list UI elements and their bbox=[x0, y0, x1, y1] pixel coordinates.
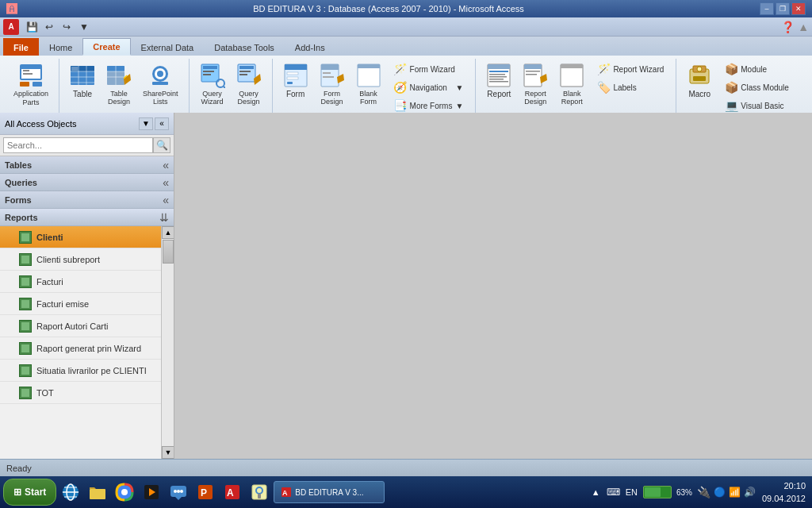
taskbar-tray: ▲ ⌨ EN 63% 🔌 🔵 📶 🔊 20:10 09.04.2012 bbox=[588, 476, 809, 508]
svg-marker-78 bbox=[175, 497, 182, 500]
svg-line-31 bbox=[224, 87, 225, 88]
taskbar-winamp-icon[interactable] bbox=[139, 479, 164, 505]
windows-icon: ⊞ bbox=[13, 487, 21, 498]
sidebar-title: All Access Objects bbox=[5, 119, 76, 129]
query-design-button[interactable]: QueryDesign bbox=[232, 60, 266, 108]
sidebar-item-situatia[interactable]: Situatia livrarilor pe CLIENTI bbox=[0, 360, 174, 382]
queries-toggle-icon: « bbox=[163, 176, 169, 189]
sidebar-item-facturi[interactable]: Facturi bbox=[0, 271, 174, 293]
query-wizard-button[interactable]: QueryWizard bbox=[196, 60, 229, 108]
table-design-button[interactable]: TableDesign bbox=[102, 60, 136, 108]
navigation-button[interactable]: 🧭 Navigation ▼ bbox=[389, 79, 469, 96]
sharepoint-button[interactable]: SharePointLists bbox=[139, 60, 182, 108]
sidebar-item-raport-autori[interactable]: Raport Autori Carti bbox=[0, 315, 174, 337]
battery-indicator[interactable] bbox=[643, 486, 672, 498]
quick-access-dropdown[interactable]: ▼ bbox=[76, 20, 92, 34]
tab-file[interactable]: File bbox=[3, 38, 39, 56]
tab-add-ins[interactable]: Add-Ins bbox=[285, 38, 335, 56]
battery-percent-label: 63% bbox=[675, 488, 694, 497]
status-bar: Ready bbox=[0, 459, 812, 476]
application-parts-button[interactable]: ApplicationParts bbox=[10, 60, 52, 110]
module-button[interactable]: 📦 Module bbox=[719, 60, 795, 78]
search-input[interactable] bbox=[3, 137, 153, 153]
status-ready-text: Ready bbox=[6, 464, 32, 473]
undo-button[interactable]: ↩ bbox=[41, 20, 57, 34]
application-parts-icon bbox=[18, 63, 44, 88]
section-tables-label: Tables bbox=[5, 160, 32, 170]
maximize-button[interactable]: ❐ bbox=[776, 2, 790, 15]
report-wizard-label: Report Wizard bbox=[613, 65, 664, 74]
sidebar-shutter-button[interactable]: « bbox=[155, 117, 169, 130]
minimize-ribbon-icon[interactable]: ▲ bbox=[798, 21, 809, 33]
svg-rect-27 bbox=[203, 66, 217, 69]
visual-basic-button[interactable]: 💻 Visual Basic bbox=[719, 97, 795, 114]
quick-access-toolbar: A 💾 ↩ ↪ ▼ ❓ ▲ bbox=[0, 17, 812, 37]
navigation-icon: 🧭 bbox=[394, 81, 407, 94]
tab-database-tools[interactable]: Database Tools bbox=[204, 38, 285, 56]
close-button[interactable]: ✕ bbox=[791, 2, 806, 15]
section-header-reports[interactable]: Reports ⇊ bbox=[0, 209, 174, 226]
blank-form-label: BlankForm bbox=[359, 90, 377, 106]
report-design-label: ReportDesign bbox=[524, 90, 546, 106]
table-button[interactable]: Table bbox=[66, 60, 99, 101]
tray-icons: ▲ bbox=[588, 487, 603, 497]
scroll-thumb[interactable] bbox=[163, 240, 174, 264]
svg-rect-3 bbox=[23, 70, 29, 71]
sidebar-item-situatia-label: Situatia livrarilor pe CLIENTI bbox=[36, 366, 147, 375]
sidebar-item-clienti[interactable]: Clienti bbox=[0, 226, 174, 248]
taskbar: ⊞ Start P A A BD EDITURA V 3... ▲ ⌨ EN bbox=[0, 476, 812, 508]
sidebar-item-clienti-subreport[interactable]: Clienti subreport bbox=[0, 248, 174, 271]
report-wizard-button[interactable]: 🪄 Report Wizard bbox=[592, 60, 669, 78]
section-header-forms[interactable]: Forms « bbox=[0, 191, 174, 209]
taskbar-ie-icon[interactable] bbox=[58, 479, 83, 505]
start-button[interactable]: ⊞ Start bbox=[3, 479, 56, 506]
taskbar-talk-icon[interactable] bbox=[166, 479, 191, 505]
redo-button[interactable]: ↪ bbox=[59, 20, 75, 34]
help-icon[interactable]: ❓ bbox=[781, 21, 795, 33]
report-button[interactable]: Report bbox=[482, 60, 515, 101]
taskbar-ppt-icon[interactable]: P bbox=[193, 479, 218, 505]
form-wizard-label: Form Wizard bbox=[410, 65, 455, 74]
section-header-tables[interactable]: Tables « bbox=[0, 156, 174, 174]
taskbar-chrome-icon[interactable] bbox=[112, 479, 137, 505]
tables-toggle-icon: « bbox=[163, 159, 169, 171]
save-quick-button[interactable]: 💾 bbox=[24, 20, 40, 34]
tab-external-data[interactable]: External Data bbox=[131, 38, 205, 56]
form-design-button[interactable]: FormDesign bbox=[316, 60, 349, 108]
search-button[interactable]: 🔍 bbox=[153, 137, 170, 153]
macro-icon bbox=[687, 63, 712, 88]
more-forms-button[interactable]: 📑 More Forms ▼ bbox=[389, 97, 469, 114]
class-module-button[interactable]: 📦 Class Module bbox=[719, 79, 795, 96]
sidebar-item-facturi-emise[interactable]: Facturi emise bbox=[0, 293, 174, 315]
form-button[interactable]: Form bbox=[279, 60, 312, 101]
blank-form-button[interactable]: BlankForm bbox=[352, 60, 385, 108]
form-wizard-button[interactable]: 🪄 Form Wizard bbox=[389, 60, 469, 78]
report-design-button[interactable]: ReportDesign bbox=[519, 60, 552, 108]
svg-rect-53 bbox=[489, 76, 507, 78]
scroll-down-button[interactable]: ▼ bbox=[162, 446, 174, 459]
tray-arrow[interactable]: ▲ bbox=[592, 487, 600, 497]
forms-toggle-icon: « bbox=[163, 194, 169, 206]
sidebar-item-tot[interactable]: TOT bbox=[0, 382, 174, 404]
labels-button[interactable]: 🏷️ Labels bbox=[592, 79, 669, 96]
taskbar-clock[interactable]: 20:10 09.04.2012 bbox=[759, 479, 809, 506]
taskbar-paint-icon[interactable] bbox=[247, 479, 272, 505]
taskbar-folder-icon[interactable] bbox=[85, 479, 110, 505]
report-item-icon-clienti bbox=[19, 231, 32, 244]
sidebar-item-raport-wizard[interactable]: Raport generat prin Wizard bbox=[0, 337, 174, 360]
blank-report-button[interactable]: BlankReport bbox=[555, 60, 588, 108]
section-header-queries[interactable]: Queries « bbox=[0, 174, 174, 191]
taskbar-active-window[interactable]: A BD EDITURA V 3... bbox=[274, 481, 385, 503]
ribbon-tabs: File Home Create External Data Database … bbox=[0, 37, 812, 56]
tab-home[interactable]: Home bbox=[39, 38, 82, 56]
scroll-up-button[interactable]: ▲ bbox=[162, 226, 174, 239]
tab-create[interactable]: Create bbox=[82, 38, 130, 56]
macro-button[interactable]: Macro bbox=[683, 60, 716, 101]
minimize-button[interactable]: – bbox=[760, 2, 774, 15]
title-bar: 🅰 BD EDITURA V 3 : Database (Access 2007… bbox=[0, 0, 812, 17]
report-label: Report bbox=[487, 90, 511, 98]
tray-keyboard-icon: ⌨ bbox=[607, 487, 620, 498]
taskbar-access-icon[interactable]: A bbox=[220, 479, 245, 505]
sidebar-scrollbar[interactable]: ▲ ▼ bbox=[161, 226, 174, 459]
sidebar-collapse-button[interactable]: ▼ bbox=[139, 117, 153, 130]
